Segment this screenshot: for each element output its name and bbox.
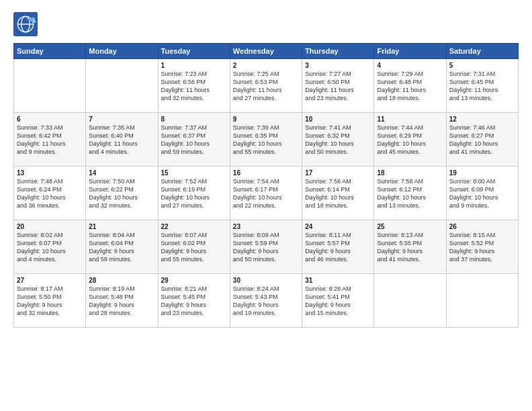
day-number: 4	[377, 62, 443, 69]
day-info: Sunrise: 7:25 AMSunset: 6:53 PMDaylight:…	[233, 70, 299, 103]
calendar-cell	[446, 274, 518, 328]
calendar-cell: 13Sunrise: 7:48 AMSunset: 6:24 PMDayligh…	[14, 167, 86, 220]
calendar-cell: 27Sunrise: 8:17 AMSunset: 5:50 PMDayligh…	[14, 274, 86, 328]
weekday-header-saturday: Saturday	[446, 44, 518, 59]
day-info: Sunrise: 7:35 AMSunset: 6:40 PMDaylight:…	[89, 124, 154, 156]
logo-icon	[13, 12, 38, 36]
day-info: Sunrise: 7:46 AMSunset: 6:27 PMDaylight:…	[449, 124, 515, 156]
day-info: Sunrise: 7:29 AMSunset: 6:48 PMDaylight:…	[377, 70, 443, 103]
day-number: 9	[233, 116, 299, 123]
weekday-header-sunday: Sunday	[14, 44, 86, 59]
day-number: 29	[161, 277, 227, 284]
calendar-cell: 20Sunrise: 8:02 AMSunset: 6:07 PMDayligh…	[14, 220, 86, 274]
day-number: 10	[305, 116, 371, 123]
calendar-cell: 10Sunrise: 7:41 AMSunset: 6:32 PMDayligh…	[302, 113, 374, 167]
page: SundayMondayTuesdayWednesdayThursdayFrid…	[0, 0, 532, 411]
day-info: Sunrise: 8:26 AMSunset: 5:41 PMDaylight:…	[305, 285, 371, 318]
weekday-header-monday: Monday	[86, 44, 158, 59]
day-number: 5	[449, 62, 515, 69]
calendar-cell: 4Sunrise: 7:29 AMSunset: 6:48 PMDaylight…	[374, 59, 446, 113]
calendar-cell: 5Sunrise: 7:31 AMSunset: 6:45 PMDaylight…	[446, 59, 518, 113]
day-info: Sunrise: 8:07 AMSunset: 6:02 PMDaylight:…	[161, 231, 227, 264]
day-number: 30	[233, 277, 299, 284]
day-info: Sunrise: 7:58 AMSunset: 6:12 PMDaylight:…	[377, 177, 443, 210]
day-number: 20	[17, 223, 83, 230]
day-info: Sunrise: 7:27 AMSunset: 6:50 PMDaylight:…	[305, 70, 371, 103]
calendar-cell: 25Sunrise: 8:13 AMSunset: 5:55 PMDayligh…	[374, 220, 446, 274]
calendar-cell: 9Sunrise: 7:39 AMSunset: 6:35 PMDaylight…	[230, 113, 302, 167]
week-row-1: 1Sunrise: 7:23 AMSunset: 6:56 PMDaylight…	[14, 59, 519, 113]
calendar-cell: 6Sunrise: 7:33 AMSunset: 6:42 PMDaylight…	[14, 113, 86, 167]
day-number: 22	[161, 223, 227, 230]
calendar-cell: 16Sunrise: 7:54 AMSunset: 6:17 PMDayligh…	[230, 167, 302, 220]
calendar-cell	[14, 59, 86, 113]
calendar-cell: 26Sunrise: 8:15 AMSunset: 5:52 PMDayligh…	[446, 220, 518, 274]
calendar-cell: 30Sunrise: 8:24 AMSunset: 5:43 PMDayligh…	[230, 274, 302, 328]
day-info: Sunrise: 7:44 AMSunset: 6:29 PMDaylight:…	[377, 124, 443, 156]
week-row-5: 27Sunrise: 8:17 AMSunset: 5:50 PMDayligh…	[14, 274, 519, 328]
day-info: Sunrise: 7:54 AMSunset: 6:17 PMDaylight:…	[233, 177, 299, 210]
day-number: 8	[161, 116, 227, 123]
calendar-table: SundayMondayTuesdayWednesdayThursdayFrid…	[13, 43, 519, 328]
day-info: Sunrise: 7:39 AMSunset: 6:35 PMDaylight:…	[233, 124, 299, 156]
day-number: 14	[89, 169, 154, 177]
day-number: 19	[449, 169, 515, 177]
day-number: 6	[17, 116, 83, 123]
day-number: 2	[233, 62, 299, 69]
calendar-cell: 21Sunrise: 8:04 AMSunset: 6:04 PMDayligh…	[86, 220, 158, 274]
day-info: Sunrise: 8:13 AMSunset: 5:55 PMDaylight:…	[377, 231, 443, 264]
day-info: Sunrise: 7:31 AMSunset: 6:45 PMDaylight:…	[449, 70, 515, 103]
day-number: 17	[305, 169, 371, 177]
day-number: 27	[17, 277, 83, 284]
day-info: Sunrise: 8:04 AMSunset: 6:04 PMDaylight:…	[89, 231, 154, 264]
weekday-header-row: SundayMondayTuesdayWednesdayThursdayFrid…	[14, 44, 519, 59]
calendar-cell: 3Sunrise: 7:27 AMSunset: 6:50 PMDaylight…	[302, 59, 374, 113]
day-info: Sunrise: 8:24 AMSunset: 5:43 PMDaylight:…	[233, 285, 299, 318]
day-info: Sunrise: 7:56 AMSunset: 6:14 PMDaylight:…	[305, 177, 371, 210]
day-info: Sunrise: 7:48 AMSunset: 6:24 PMDaylight:…	[17, 177, 83, 210]
day-number: 7	[89, 116, 154, 123]
day-number: 3	[305, 62, 371, 69]
day-number: 21	[89, 223, 154, 230]
calendar-cell: 8Sunrise: 7:37 AMSunset: 6:37 PMDaylight…	[158, 113, 230, 167]
day-info: Sunrise: 8:21 AMSunset: 5:45 PMDaylight:…	[161, 285, 227, 318]
day-number: 26	[449, 223, 515, 230]
day-info: Sunrise: 8:15 AMSunset: 5:52 PMDaylight:…	[449, 231, 515, 264]
day-number: 24	[305, 223, 371, 230]
calendar-cell	[374, 274, 446, 328]
week-row-2: 6Sunrise: 7:33 AMSunset: 6:42 PMDaylight…	[14, 113, 519, 167]
logo	[13, 12, 42, 36]
day-number: 15	[161, 169, 227, 177]
day-number: 18	[377, 169, 443, 177]
week-row-3: 13Sunrise: 7:48 AMSunset: 6:24 PMDayligh…	[14, 167, 519, 220]
day-info: Sunrise: 7:23 AMSunset: 6:56 PMDaylight:…	[161, 70, 227, 103]
weekday-header-thursday: Thursday	[302, 44, 374, 59]
day-number: 13	[17, 169, 83, 177]
day-info: Sunrise: 7:33 AMSunset: 6:42 PMDaylight:…	[17, 124, 83, 156]
day-number: 16	[233, 169, 299, 177]
calendar-cell: 23Sunrise: 8:09 AMSunset: 5:59 PMDayligh…	[230, 220, 302, 274]
calendar-cell: 24Sunrise: 8:11 AMSunset: 5:57 PMDayligh…	[302, 220, 374, 274]
calendar-cell: 14Sunrise: 7:50 AMSunset: 6:22 PMDayligh…	[86, 167, 158, 220]
day-info: Sunrise: 7:41 AMSunset: 6:32 PMDaylight:…	[305, 124, 371, 156]
day-number: 25	[377, 223, 443, 230]
day-info: Sunrise: 8:00 AMSunset: 6:09 PMDaylight:…	[449, 177, 515, 210]
day-number: 12	[449, 116, 515, 123]
calendar-cell: 29Sunrise: 8:21 AMSunset: 5:45 PMDayligh…	[158, 274, 230, 328]
week-row-4: 20Sunrise: 8:02 AMSunset: 6:07 PMDayligh…	[14, 220, 519, 274]
weekday-header-friday: Friday	[374, 44, 446, 59]
day-number: 28	[89, 277, 154, 284]
header	[13, 12, 519, 36]
day-number: 23	[233, 223, 299, 230]
day-info: Sunrise: 8:09 AMSunset: 5:59 PMDaylight:…	[233, 231, 299, 264]
weekday-header-wednesday: Wednesday	[230, 44, 302, 59]
calendar-cell: 28Sunrise: 8:19 AMSunset: 5:48 PMDayligh…	[86, 274, 158, 328]
calendar-cell: 11Sunrise: 7:44 AMSunset: 6:29 PMDayligh…	[374, 113, 446, 167]
day-info: Sunrise: 8:19 AMSunset: 5:48 PMDaylight:…	[89, 285, 154, 318]
day-info: Sunrise: 8:11 AMSunset: 5:57 PMDaylight:…	[305, 231, 371, 264]
day-info: Sunrise: 7:52 AMSunset: 6:19 PMDaylight:…	[161, 177, 227, 210]
calendar-cell: 7Sunrise: 7:35 AMSunset: 6:40 PMDaylight…	[86, 113, 158, 167]
day-info: Sunrise: 8:17 AMSunset: 5:50 PMDaylight:…	[17, 285, 83, 318]
calendar-cell: 12Sunrise: 7:46 AMSunset: 6:27 PMDayligh…	[446, 113, 518, 167]
day-number: 11	[377, 116, 443, 123]
